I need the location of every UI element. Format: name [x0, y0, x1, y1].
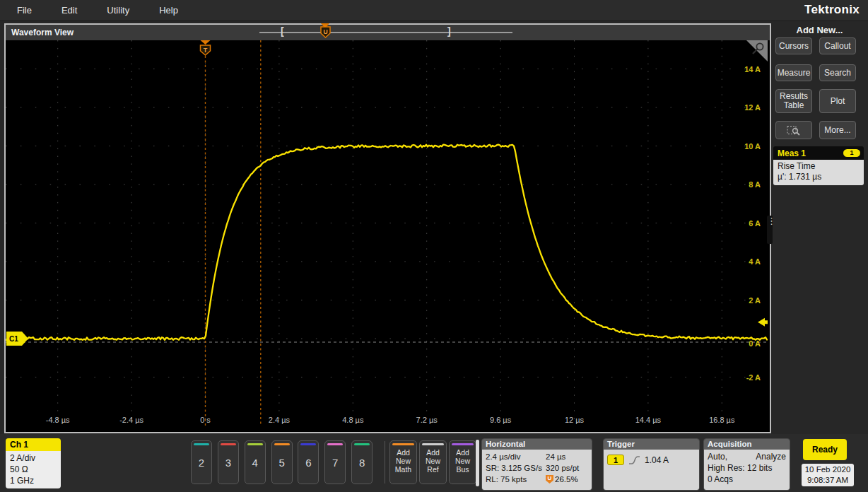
- measurement-title: Meas 1: [778, 148, 806, 158]
- badge-color-stripe: [392, 443, 414, 445]
- cursors-button[interactable]: Cursors: [775, 37, 812, 54]
- y-axis-label: 8 A: [749, 180, 761, 189]
- add-new-math-button[interactable]: AddNewMath: [389, 440, 417, 484]
- channel-button-3[interactable]: 3: [218, 440, 239, 484]
- acquisition-resolution: High Res: 12 bits: [708, 462, 786, 474]
- zoom-corner[interactable]: [746, 40, 768, 62]
- add-new-badge-label: AddNewMath: [390, 448, 416, 474]
- channel-button-label: 7: [325, 457, 345, 469]
- channel-1-settings: 2 A/div50 Ω1 GHz: [6, 451, 61, 488]
- channel-button-2[interactable]: 2: [191, 440, 212, 484]
- trigger-panel-title: Trigger: [604, 439, 699, 450]
- y-axis-label: 2 A: [749, 296, 761, 305]
- ready-status-badge: Ready: [803, 439, 847, 460]
- horizontal-overview-bar[interactable]: [259, 32, 512, 33]
- time-value: 9:08:37 AM: [802, 475, 854, 486]
- x-axis-label: -4.8 µs: [46, 416, 70, 424]
- add-new-bus-button[interactable]: AddNewBus: [449, 440, 476, 484]
- measurement-badge-header: Meas 1 1: [773, 146, 864, 160]
- expansion-point-flag-icon[interactable]: U: [319, 26, 332, 39]
- tektronix-logo: Tektronix: [804, 3, 860, 17]
- badge-scroll-handle[interactable]: [476, 440, 479, 486]
- menu-item-file[interactable]: File: [13, 5, 36, 16]
- acquisition-mode: Auto,: [708, 451, 727, 462]
- y-axis-label: 12 A: [744, 103, 761, 112]
- results-table-button[interactable]: Results Table: [775, 89, 812, 113]
- overview-left-bracket[interactable]: [: [281, 25, 284, 37]
- x-axis-label: 4.8 µs: [342, 416, 364, 424]
- measure-button[interactable]: Measure: [775, 64, 812, 81]
- channel-1-badge[interactable]: Ch 1 2 A/div50 Ω1 GHz: [6, 438, 61, 488]
- channel-1-reference-label: C1: [9, 335, 18, 343]
- horizontal-panel-body: 2.4 µs/div24 µsSR: 3.125 GS/s320 ps/ptRL…: [482, 450, 592, 491]
- add-new-badge-label: AddNewBus: [450, 448, 476, 474]
- measurement-badge[interactable]: Meas 1 1 Rise Time µ': 1.731 µs: [773, 146, 864, 185]
- horizontal-panel[interactable]: Horizontal 2.4 µs/div24 µsSR: 3.125 GS/s…: [481, 438, 592, 491]
- horizontal-panel-title: Horizontal: [482, 439, 592, 450]
- x-axis-label: 2.4 µs: [269, 416, 291, 424]
- channel-button-4[interactable]: 4: [245, 440, 266, 484]
- channel-1-setting: 2 A/div: [10, 452, 61, 464]
- add-new-title: Add New...: [771, 25, 868, 35]
- x-axis-label: 14.4 µs: [635, 416, 662, 424]
- menu-item-help[interactable]: Help: [155, 5, 182, 16]
- zoom-region-button[interactable]: [775, 121, 812, 139]
- settings-bar: Ch 1 2 A/div50 Ω1 GHz 2345678 AddNewMath…: [0, 434, 868, 492]
- add-new-ref-button[interactable]: AddNewRef: [419, 440, 447, 484]
- trigger-panel[interactable]: Trigger 1 1.04 A: [603, 438, 700, 491]
- channel-button-label: 3: [218, 457, 238, 469]
- channel-button-5[interactable]: 5: [271, 440, 293, 484]
- menu-items: FileEditUtilityHelp: [0, 5, 182, 16]
- y-axis-label: -2 A: [746, 373, 761, 382]
- overview-right-bracket[interactable]: ]: [447, 25, 451, 37]
- channel-button-8[interactable]: 8: [351, 440, 373, 484]
- measurement-name: Rise Time: [778, 161, 860, 172]
- trigger-flag-label: T: [204, 47, 208, 54]
- x-axis-label: 12 µs: [565, 416, 585, 424]
- channel-1-label: Ch 1: [6, 438, 61, 451]
- y-axis-label: 6 A: [749, 219, 761, 228]
- channel-button-label: 4: [245, 457, 265, 469]
- graticule: -4.8 µs-2.4 µs0 s2.4 µs4.8 µs7.2 µs9.6 µ…: [6, 40, 770, 432]
- waveform-view-panel: Waveform View [ ] U -4.8 µs-2.4 µs0 s2.4…: [4, 23, 771, 433]
- channel-color-stripe: [327, 443, 343, 445]
- x-axis-label: 7.2 µs: [416, 416, 438, 424]
- channel-button-label: 6: [298, 457, 318, 469]
- trigger-level-value: 1.04 A: [645, 455, 669, 465]
- waveform-view-header: Waveform View [ ] U: [6, 25, 770, 40]
- horizontal-setting: SR: 3.125 GS/s: [486, 462, 546, 474]
- badge-color-stripe: [422, 443, 444, 445]
- ch1-waveform-trace: [6, 145, 767, 340]
- badge-color-stripe: [452, 443, 474, 445]
- channel-button-6[interactable]: 6: [298, 440, 319, 484]
- right-controls-panel: Add New... CursorsCalloutMeasureSearchRe…: [771, 21, 868, 492]
- measurement-badge-body: Rise Time µ': 1.731 µs: [773, 160, 864, 185]
- more-button[interactable]: More...: [819, 121, 856, 139]
- channel-1-setting: 1 GHz: [10, 475, 61, 486]
- datetime-display: 10 Feb 2020 9:08:37 AM: [802, 464, 854, 486]
- trigger-level-arrow-icon[interactable]: [758, 318, 768, 327]
- divider: [385, 441, 385, 484]
- channel-button-7[interactable]: 7: [324, 440, 346, 484]
- y-axis-label: 0 A: [749, 339, 761, 348]
- menu-item-edit[interactable]: Edit: [57, 5, 81, 16]
- acquisition-panel-title: Acquisition: [704, 439, 790, 450]
- trigger-marker-triangle-icon[interactable]: [201, 40, 211, 45]
- menu-item-utility[interactable]: Utility: [102, 5, 134, 16]
- search-button[interactable]: Search: [819, 64, 856, 81]
- callout-button[interactable]: Callout: [819, 37, 856, 54]
- channel-color-stripe: [194, 443, 209, 445]
- trigger-source-badge: 1: [607, 455, 624, 465]
- channel-button-label: 8: [352, 457, 372, 469]
- zoom-region-icon: [787, 124, 801, 136]
- horizontal-setting: 26.5%: [555, 474, 578, 485]
- plot-button[interactable]: Plot: [819, 89, 856, 113]
- y-axis-label: 4 A: [749, 257, 761, 266]
- channel-button-label: 2: [192, 457, 211, 469]
- y-axis-label: 14 A: [744, 65, 761, 74]
- acquisition-count: 0 Acqs: [708, 474, 786, 485]
- horizontal-setting: 24 µs: [546, 451, 565, 462]
- y-axis-label: 10 A: [744, 142, 761, 151]
- horizontal-setting: 320 ps/pt: [546, 462, 579, 474]
- acquisition-panel[interactable]: Acquisition Auto, Analyze High Res: 12 b…: [703, 438, 790, 491]
